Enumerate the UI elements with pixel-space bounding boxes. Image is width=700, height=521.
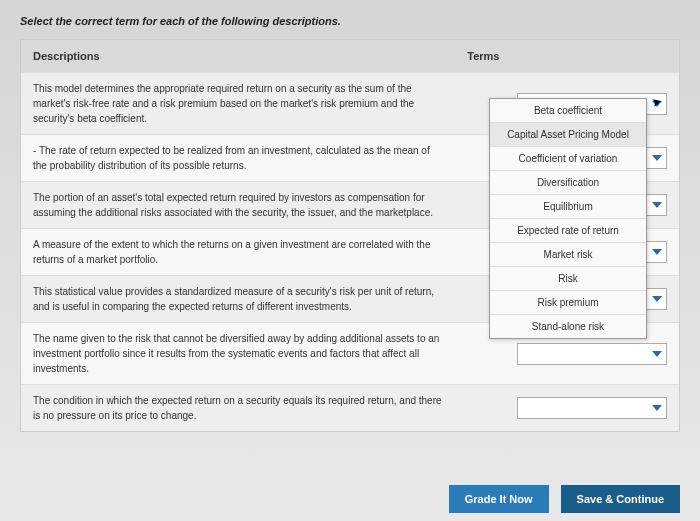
description-cell: The portion of an asset's total expected… [21,182,455,229]
chevron-down-icon [652,351,662,357]
dropdown-option[interactable]: Capital Asset Pricing Model [490,123,646,147]
save-continue-button[interactable]: Save & Continue [561,485,680,513]
chevron-down-icon [652,202,662,208]
instruction-text: Select the correct term for each of the … [20,15,680,27]
dropdown-option[interactable]: Equilibrium [490,195,646,219]
header-row: Descriptions Terms [21,40,679,73]
table-row: The condition in which the expected retu… [21,385,679,432]
term-select[interactable] [517,397,667,419]
dropdown-option[interactable]: Stand-alone risk [490,315,646,338]
dropdown-option[interactable]: Beta coefficient [490,99,646,123]
chevron-down-icon [652,405,662,411]
description-cell: - The rate of return expected to be real… [21,135,455,182]
chevron-down-icon [652,296,662,302]
header-descriptions: Descriptions [21,40,455,73]
description-cell: The condition in which the expected retu… [21,385,455,432]
dropdown-option[interactable]: Coefficient of variation [490,147,646,171]
dropdown-option[interactable]: Diversification [490,171,646,195]
dropdown-option[interactable]: Risk [490,267,646,291]
chevron-down-icon [652,155,662,161]
dropdown-option[interactable]: Expected rate of return [490,219,646,243]
term-select[interactable] [517,343,667,365]
description-cell: The name given to the risk that cannot b… [21,323,455,385]
header-terms: Terms [455,40,679,73]
button-bar: Grade It Now Save & Continue [449,485,680,513]
dropdown-option[interactable]: Risk premium [490,291,646,315]
description-cell: This model determines the appropriate re… [21,73,455,135]
dropdown-option[interactable]: Market risk [490,243,646,267]
term-dropdown-menu: Beta coefficient Capital Asset Pricing M… [489,98,647,339]
grade-button[interactable]: Grade It Now [449,485,549,513]
description-cell: A measure of the extent to which the ret… [21,229,455,276]
chevron-down-icon [652,249,662,255]
description-cell: This statistical value provides a standa… [21,276,455,323]
